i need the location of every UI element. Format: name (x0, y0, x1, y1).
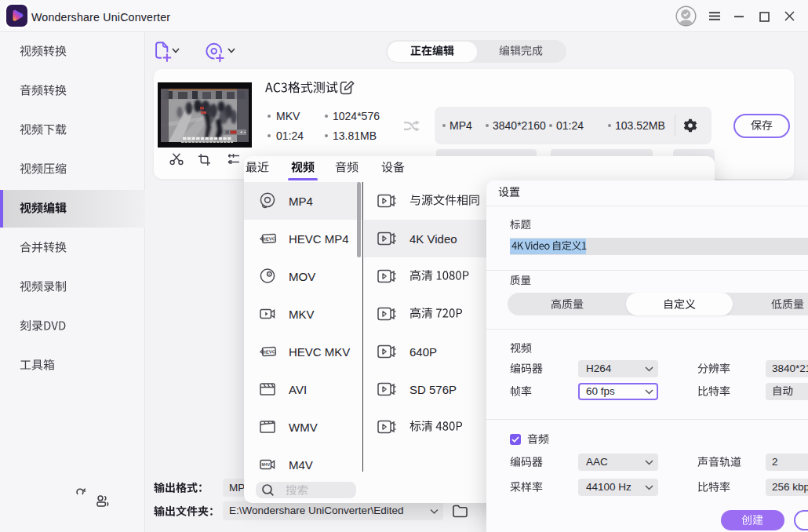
svg-text:M4V: M4V (261, 462, 270, 467)
svg-text:HEVC: HEVC (262, 349, 276, 355)
svg-text:HEVC: HEVC (262, 236, 276, 242)
